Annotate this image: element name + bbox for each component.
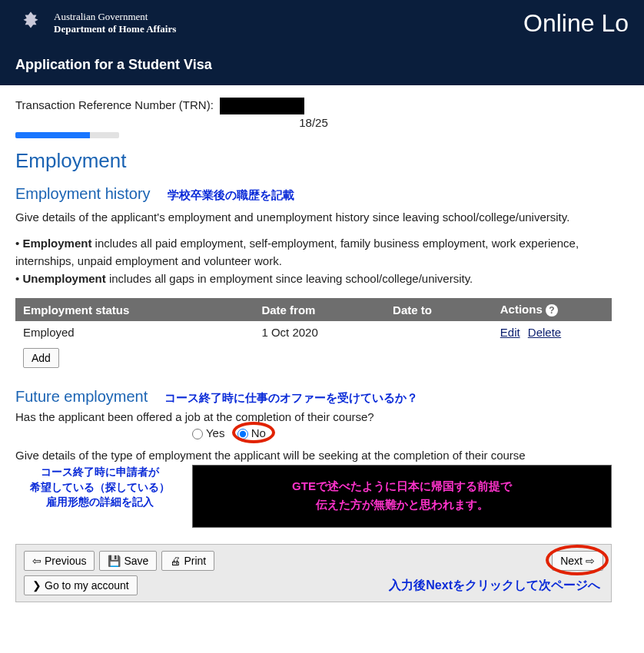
- chevron-right-icon: ❯: [32, 579, 41, 592]
- radio-yes-label[interactable]: Yes: [192, 426, 224, 439]
- jp-left-note: コース終了時に申請者が 希望している（探している） 雇用形態の詳細を記入: [15, 465, 184, 510]
- th-actions: Actions?: [493, 298, 612, 321]
- page-progress: 18/25: [15, 116, 612, 129]
- save-button[interactable]: 💾 Save: [99, 551, 157, 571]
- cell-actions: Edit Delete: [493, 321, 612, 343]
- print-icon: 🖨: [170, 555, 181, 567]
- previous-button[interactable]: ⇦ Previous: [24, 551, 95, 571]
- history-bullets: • Employment includes all paid employmen…: [15, 234, 612, 288]
- gov-line2: Department of Home Affairs: [54, 23, 176, 35]
- jp-note-history: 学校卒業後の職歴を記載: [168, 188, 294, 201]
- gov-line1: Australian Government: [54, 11, 176, 23]
- radio-no-label[interactable]: No: [237, 426, 266, 439]
- section-heading: Employment: [15, 149, 612, 173]
- app-title: Application for a Student Visa: [0, 46, 644, 85]
- table-row: Employed 1 Oct 2020 Edit Delete: [15, 321, 612, 343]
- nav-footer: ⇦ Previous 💾 Save 🖨 Print Next ⇨ ❯ Go to…: [15, 544, 612, 602]
- edit-link[interactable]: Edit: [500, 326, 520, 339]
- delete-link[interactable]: Delete: [528, 326, 561, 339]
- brand-title: Online Lo: [523, 9, 629, 38]
- bullet1-text: includes all paid employment, self-emplo…: [15, 237, 579, 267]
- gov-header: Australian Government Department of Home…: [0, 0, 644, 46]
- cell-status: Employed: [15, 321, 254, 343]
- employment-table: Employment status Date from Date to Acti…: [15, 298, 612, 373]
- trn-row: Transaction Reference Number (TRN):: [15, 98, 612, 114]
- gov-text: Australian Government Department of Home…: [54, 11, 176, 35]
- radio-no[interactable]: [237, 429, 248, 439]
- future-q1: Has the applicant been offered a job at …: [15, 410, 612, 423]
- add-button[interactable]: Add: [23, 348, 59, 368]
- jp-note-future: コース終了時に仕事のオファーを受けているか？: [164, 391, 418, 404]
- crest-icon: [15, 8, 46, 38]
- trn-label: Transaction Reference Number (TRN):: [15, 98, 214, 111]
- arrow-right-icon: ⇨: [586, 555, 595, 567]
- history-heading: Employment history: [15, 185, 151, 203]
- bullet2-text: includes all gaps in employment since le…: [106, 272, 473, 285]
- progress-bar: [15, 132, 119, 138]
- future-heading: Future employment: [15, 388, 148, 406]
- cell-to: [385, 321, 493, 343]
- arrow-left-icon: ⇦: [32, 555, 41, 567]
- future-q2: Give details of the type of employment t…: [15, 449, 612, 462]
- print-button[interactable]: 🖨 Print: [161, 551, 214, 571]
- bullet1-label: Employment: [22, 237, 91, 250]
- cell-from: 1 Oct 2020: [254, 321, 385, 343]
- trn-value-redacted: [220, 98, 304, 114]
- help-icon[interactable]: ?: [546, 304, 558, 317]
- next-button[interactable]: Next ⇨: [552, 551, 603, 571]
- floppy-icon: 💾: [108, 555, 121, 567]
- th-from: Date from: [254, 298, 385, 321]
- bullet2-label: Unemployment: [22, 272, 105, 285]
- radio-yes[interactable]: [192, 429, 203, 439]
- th-status: Employment status: [15, 298, 254, 321]
- th-to: Date to: [385, 298, 493, 321]
- history-intro: Give details of the applicant's employme…: [15, 209, 612, 227]
- jp-next-note: 入力後Nextをクリックして次ページへ: [389, 578, 600, 594]
- go-to-account-button[interactable]: ❯ Go to my account: [24, 575, 138, 595]
- employment-details-textarea[interactable]: [192, 465, 612, 528]
